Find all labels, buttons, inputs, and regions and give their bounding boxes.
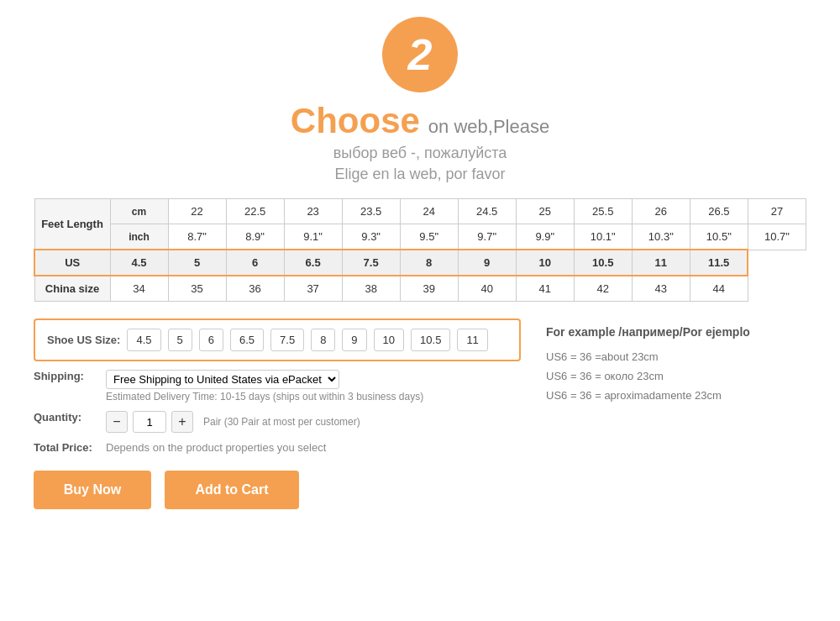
buy-now-button[interactable]: Buy Now [34, 471, 151, 509]
size-btn-4.5[interactable]: 4.5 [127, 329, 160, 351]
china-label: China size [34, 276, 110, 302]
us-11.5: 11.5 [690, 250, 748, 276]
total-price-label: Total Price: [34, 441, 101, 454]
inch-unit: inch [110, 224, 168, 250]
size-btn-11[interactable]: 11 [457, 329, 487, 351]
step-circle: 2 [382, 17, 458, 92]
total-price-value: Depends on the product properties you se… [106, 441, 326, 454]
size-table: Feet Length cm 22 22.5 23 23.5 24 24.5 2… [34, 198, 806, 302]
size-btn-8[interactable]: 8 [311, 329, 335, 351]
china-row: China size 34 35 36 37 38 39 40 41 42 43… [34, 276, 806, 302]
us-10: 10 [516, 250, 574, 276]
size-btn-5[interactable]: 5 [168, 329, 192, 351]
us-row: US 4.5 5 6 6.5 7.5 8 9 10 10.5 11 11.5 [34, 250, 806, 276]
size-btn-7.5[interactable]: 7.5 [270, 329, 304, 351]
subtitle-russian: выбор веб -, пожалуйста [333, 145, 507, 162]
example-item-2: US6 = 36 = около 23cm [546, 370, 806, 382]
cm-23: 23 [284, 199, 342, 224]
left-panel: Shoe US Size: 4.5 5 6 6.5 7.5 8 9 10 10.… [34, 318, 521, 509]
feet-length-label: Feet Length [34, 199, 110, 250]
inch-9.1: 9.1" [284, 224, 342, 250]
china-41: 41 [516, 276, 574, 302]
china-34: 34 [110, 276, 168, 302]
inch-10.7: 10.7" [748, 224, 806, 250]
example-item-3: US6 = 36 = aproximadamente 23cm [546, 389, 806, 402]
size-btn-6[interactable]: 6 [199, 329, 223, 351]
inch-9.7: 9.7" [458, 224, 516, 250]
button-row: Buy Now Add to Cart [34, 471, 521, 509]
shipping-label: Shipping: [34, 370, 101, 382]
us-5: 5 [168, 250, 226, 276]
bottom-section: Shoe US Size: 4.5 5 6 6.5 7.5 8 9 10 10.… [34, 318, 806, 509]
on-web-text: on web,Please [428, 116, 549, 138]
china-43: 43 [632, 276, 690, 302]
right-panel: For example /например/Por ejemplo US6 = … [546, 318, 806, 509]
step-number: 2 [408, 33, 433, 76]
cm-24: 24 [400, 199, 458, 224]
inch-10.3: 10.3" [632, 224, 690, 250]
total-price-row: Total Price: Depends on the product prop… [34, 441, 521, 454]
inch-8.9: 8.9" [226, 224, 284, 250]
cm-22.5: 22.5 [226, 199, 284, 224]
example-title: For example /например/Por ejemplo [546, 325, 806, 339]
shoe-size-label: Shoe US Size: [47, 334, 120, 346]
size-btn-10[interactable]: 10 [374, 329, 404, 351]
qty-controls: − + Pair (30 Pair at most per customer) [106, 411, 360, 433]
inch-10.5: 10.5" [690, 224, 748, 250]
inch-10.1: 10.1" [574, 224, 632, 250]
cm-27: 27 [748, 199, 806, 224]
add-to-cart-button[interactable]: Add to Cart [165, 471, 299, 509]
quantity-label: Quantity: [34, 411, 101, 424]
china-35: 35 [168, 276, 226, 302]
cm-26: 26 [632, 199, 690, 224]
quantity-row: Quantity: − + Pair (30 Pair at most per … [34, 411, 521, 433]
china-44: 44 [690, 276, 748, 302]
us-4.5: 4.5 [110, 250, 168, 276]
cm-25.5: 25.5 [574, 199, 632, 224]
us-9: 9 [458, 250, 516, 276]
china-38: 38 [342, 276, 400, 302]
quantity-content: − + Pair (30 Pair at most per customer) [106, 411, 360, 433]
choose-heading: Choose [291, 101, 420, 141]
estimated-delivery: Estimated Delivery Time: 10-15 days (shi… [106, 391, 423, 403]
china-40: 40 [458, 276, 516, 302]
shipping-select[interactable]: Free Shipping to United States via ePack… [106, 370, 339, 389]
cm-23.5: 23.5 [342, 199, 400, 224]
cm-unit: cm [110, 199, 168, 224]
us-6.5: 6.5 [284, 250, 342, 276]
us-label: US [34, 250, 110, 276]
inch-8.7: 8.7" [168, 224, 226, 250]
size-btn-10.5[interactable]: 10.5 [411, 329, 450, 351]
subtitle-spanish: Elige en la web, por favor [334, 166, 505, 183]
qty-increase-button[interactable]: + [171, 411, 193, 433]
us-7.5: 7.5 [342, 250, 400, 276]
inch-9.3: 9.3" [342, 224, 400, 250]
qty-input[interactable] [133, 411, 166, 433]
china-42: 42 [574, 276, 632, 302]
cm-25: 25 [516, 199, 574, 224]
inch-row: inch 8.7" 8.9" 9.1" 9.3" 9.5" 9.7" 9.9" … [34, 224, 806, 250]
us-8: 8 [400, 250, 458, 276]
cm-24.5: 24.5 [458, 199, 516, 224]
shoe-size-box: Shoe US Size: 4.5 5 6 6.5 7.5 8 9 10 10.… [34, 318, 521, 361]
inch-9.5: 9.5" [400, 224, 458, 250]
size-table-wrapper: Feet Length cm 22 22.5 23 23.5 24 24.5 2… [34, 198, 806, 302]
example-item-1: US6 = 36 =about 23cm [546, 350, 806, 363]
shipping-row: Shipping: Free Shipping to United States… [34, 370, 521, 403]
shipping-content: Free Shipping to United States via ePack… [106, 370, 423, 403]
qty-note: Pair (30 Pair at most per customer) [203, 416, 360, 428]
us-10.5: 10.5 [574, 250, 632, 276]
header-choose: Choose on web,Please [291, 101, 549, 141]
cm-22: 22 [168, 199, 226, 224]
china-39: 39 [400, 276, 458, 302]
china-37: 37 [284, 276, 342, 302]
cm-26.5: 26.5 [690, 199, 748, 224]
china-36: 36 [226, 276, 284, 302]
us-6: 6 [226, 250, 284, 276]
us-11: 11 [632, 250, 690, 276]
inch-9.9: 9.9" [516, 224, 574, 250]
shipping-line: Free Shipping to United States via ePack… [106, 370, 423, 389]
size-btn-6.5[interactable]: 6.5 [230, 329, 264, 351]
size-btn-9[interactable]: 9 [342, 329, 366, 351]
qty-decrease-button[interactable]: − [106, 411, 128, 433]
